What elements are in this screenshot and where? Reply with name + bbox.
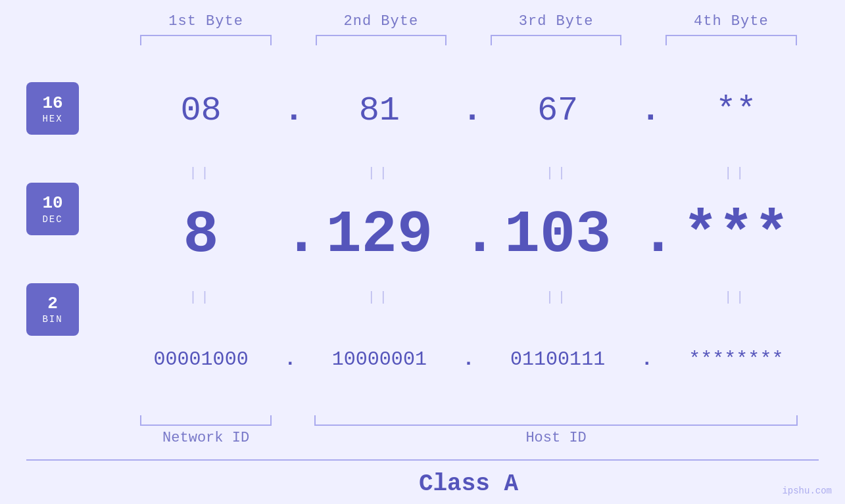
sep-2-2: || bbox=[297, 288, 462, 308]
host-id-label: Host ID bbox=[293, 430, 819, 446]
dec-byte4-cell: *** bbox=[654, 202, 819, 269]
top-bracket-1 bbox=[140, 35, 272, 45]
bracket-cell-4 bbox=[644, 35, 819, 45]
bin-byte2: 10000001 bbox=[332, 348, 427, 371]
hex-byte2-cell: 81 bbox=[297, 91, 462, 130]
sep-1-2: || bbox=[297, 163, 462, 183]
dec-badge-label: DEC bbox=[42, 214, 62, 225]
bracket-cell-1 bbox=[118, 35, 293, 45]
sep-row-1: || || || || bbox=[118, 163, 819, 183]
bin-dot-1: . bbox=[283, 348, 297, 371]
dec-dot-3: . bbox=[640, 202, 654, 269]
network-bracket-cell bbox=[118, 415, 293, 426]
hex-byte2: 81 bbox=[359, 91, 400, 130]
hex-byte1: 08 bbox=[180, 91, 221, 130]
hex-byte4-cell: ** bbox=[654, 91, 819, 130]
bin-byte3: 01100111 bbox=[510, 348, 605, 371]
hex-dot-2: . bbox=[462, 91, 475, 130]
dec-byte1-cell: 8 bbox=[118, 202, 283, 269]
bin-byte4: ******** bbox=[688, 348, 783, 371]
hex-badge-number: 16 bbox=[42, 93, 62, 114]
hex-byte1-cell: 08 bbox=[118, 91, 283, 130]
byte4-header: 4th Byte bbox=[644, 13, 819, 30]
sep-2-1: || bbox=[118, 288, 283, 308]
bin-badge: 2 BIN bbox=[26, 283, 79, 336]
bottom-section: Network ID Host ID bbox=[26, 415, 819, 446]
bin-row: 00001000 . 10000001 . 01100111 . *******… bbox=[118, 308, 819, 412]
dec-dot-2: . bbox=[462, 202, 475, 269]
dec-badge: 10 DEC bbox=[26, 183, 79, 235]
watermark: ipshu.com bbox=[782, 486, 832, 496]
dec-byte2-cell: 129 bbox=[297, 202, 462, 269]
bin-badge-number: 2 bbox=[47, 294, 58, 314]
dec-badge-number: 10 bbox=[42, 193, 62, 214]
hex-byte4: ** bbox=[715, 91, 756, 130]
bin-byte1-cell: 00001000 bbox=[118, 348, 283, 371]
byte2-header: 2nd Byte bbox=[293, 13, 468, 30]
main-container: 1st Byte 2nd Byte 3rd Byte 4th Byte 16 H… bbox=[0, 0, 845, 504]
byte-headers: 1st Byte 2nd Byte 3rd Byte 4th Byte bbox=[26, 13, 819, 30]
top-bracket-3 bbox=[491, 35, 622, 45]
byte1-header: 1st Byte bbox=[118, 13, 293, 30]
sep-2-4: || bbox=[654, 288, 819, 308]
sep-1-4: || bbox=[654, 163, 819, 183]
dec-dot-1: . bbox=[283, 202, 297, 269]
dec-row: 8 . 129 . 103 . *** bbox=[118, 183, 819, 287]
bottom-label-row: Network ID Host ID bbox=[118, 430, 819, 446]
dec-byte3-cell: 103 bbox=[475, 202, 640, 269]
class-row: Class A bbox=[26, 459, 819, 497]
hex-dot-1: . bbox=[283, 91, 297, 130]
dec-byte4: *** bbox=[683, 202, 789, 269]
sep-1-3: || bbox=[475, 163, 640, 183]
bracket-cell-2 bbox=[293, 35, 468, 45]
sep-row-2: || || || || bbox=[118, 288, 819, 308]
bin-byte1: 00001000 bbox=[154, 348, 249, 371]
bin-dot-3: . bbox=[640, 348, 654, 371]
labels-column: 16 HEX 10 DEC 2 BIN bbox=[26, 58, 118, 412]
sep-1-1: || bbox=[118, 163, 283, 183]
hex-byte3: 67 bbox=[537, 91, 578, 130]
hex-badge-label: HEX bbox=[42, 114, 62, 124]
bin-byte2-cell: 10000001 bbox=[297, 348, 462, 371]
host-bracket-cell bbox=[293, 415, 819, 426]
host-bracket bbox=[314, 415, 798, 426]
bin-badge-label: BIN bbox=[42, 314, 62, 325]
dec-byte3: 103 bbox=[504, 202, 611, 269]
values-grid: 08 . 81 . 67 . ** || || bbox=[118, 58, 819, 412]
bracket-cell-3 bbox=[469, 35, 644, 45]
top-bracket-row bbox=[26, 35, 819, 45]
bin-byte4-cell: ******** bbox=[654, 348, 819, 371]
dec-byte2: 129 bbox=[326, 202, 433, 269]
top-bracket-4 bbox=[665, 35, 797, 45]
class-label: Class A bbox=[419, 470, 518, 497]
bottom-brackets bbox=[118, 415, 819, 426]
hex-badge: 16 HEX bbox=[26, 82, 79, 135]
top-bracket-2 bbox=[316, 35, 447, 45]
network-bracket bbox=[140, 415, 272, 426]
dec-byte1: 8 bbox=[183, 202, 219, 269]
bin-dot-2: . bbox=[462, 348, 475, 371]
hex-dot-3: . bbox=[640, 91, 654, 130]
byte3-header: 3rd Byte bbox=[469, 13, 644, 30]
bin-byte3-cell: 01100111 bbox=[475, 348, 640, 371]
hex-row: 08 . 81 . 67 . ** bbox=[118, 58, 819, 163]
hex-byte3-cell: 67 bbox=[475, 91, 640, 130]
content-area: 16 HEX 10 DEC 2 BIN 08 . 81 bbox=[26, 58, 819, 412]
sep-2-3: || bbox=[475, 288, 640, 308]
network-id-label: Network ID bbox=[118, 430, 293, 446]
